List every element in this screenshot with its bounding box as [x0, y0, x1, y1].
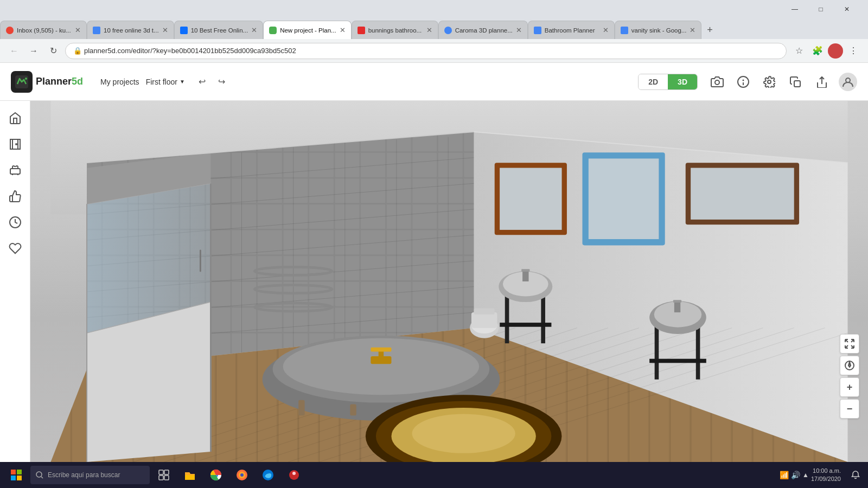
maximize-button[interactable]: □ [808, 0, 833, 18]
tab-label: Caroma 3D planne... [455, 27, 513, 34]
svg-rect-93 [649, 359, 706, 363]
svg-rect-77 [500, 168, 561, 230]
tab-gmail[interactable]: Inbox (9,505) - ku... ✕ [0, 21, 87, 39]
zoom-out-button[interactable]: − [840, 399, 859, 419]
tab-label: Inbox (9,505) - ku... [17, 27, 72, 34]
lock-icon: 🔒 [73, 47, 82, 55]
tab-close-icon[interactable]: ✕ [516, 26, 522, 34]
address-input[interactable]: 🔒 planner5d.com/editor/?key=be0b0014201b… [65, 43, 787, 59]
tab-close-icon[interactable]: ✕ [690, 26, 695, 34]
url-text: planner5d.com/editor/?key=be0b0014201bb5… [84, 47, 296, 55]
sidebar-item-rooms[interactable] [4, 107, 26, 129]
svg-rect-90 [521, 269, 529, 272]
profile-button[interactable] [828, 43, 843, 59]
svg-point-63 [283, 338, 480, 395]
svg-point-9 [846, 78, 850, 82]
edge-button[interactable] [256, 463, 280, 487]
tab-caroma[interactable]: Caroma 3D planne... ✕ [438, 21, 528, 39]
tab4-favicon [269, 27, 277, 34]
search-box[interactable]: Escribe aquí para buscar [30, 466, 150, 484]
view-3d-button[interactable]: 3D [668, 74, 697, 89]
file-explorer-button[interactable] [178, 463, 202, 487]
svg-rect-84 [505, 292, 509, 343]
sidebar-item-history[interactable] [4, 211, 26, 233]
sidebar-item-favorites[interactable] [4, 237, 26, 259]
tab-bathroom-planner[interactable]: Bathroom Planner ✕ [528, 21, 615, 39]
sidebar-item-feedback[interactable] [4, 185, 26, 207]
clock-area[interactable]: 10:00 a.m. 17/09/2020 [811, 467, 841, 484]
svg-rect-96 [674, 301, 680, 312]
tab-vanity-sink[interactable]: vanity sink - Goog... ✕ [615, 21, 702, 39]
tab-bunnings[interactable]: bunnings bathroo... ✕ [352, 21, 438, 39]
svg-rect-116 [164, 476, 169, 480]
more-icon[interactable]: ⋮ [845, 43, 861, 59]
redo-button[interactable]: ↪ [213, 73, 231, 91]
my-projects-link[interactable]: My projects [96, 75, 144, 88]
tab-close-icon[interactable]: ✕ [75, 26, 81, 34]
task-view-button[interactable] [152, 463, 176, 487]
view-2d-button[interactable]: 2D [639, 74, 668, 89]
close-button[interactable]: ✕ [834, 0, 859, 18]
tab-close-icon[interactable]: ✕ [251, 26, 257, 34]
tab-label: vanity sink - Goog... [631, 27, 687, 34]
svg-point-111 [36, 472, 42, 477]
chrome-button[interactable] [204, 463, 228, 487]
minimize-button[interactable]: — [782, 0, 807, 18]
expand-button[interactable] [840, 334, 859, 354]
start-button[interactable] [4, 463, 28, 487]
main-area: + − [0, 101, 868, 462]
taskbar-app7-button[interactable] [282, 463, 306, 487]
share-button[interactable] [813, 73, 830, 91]
sidebar-item-doors[interactable] [4, 133, 26, 155]
wifi-icon[interactable]: 📶 [780, 471, 789, 479]
new-tab-button[interactable]: + [701, 21, 718, 39]
svg-rect-97 [673, 300, 681, 303]
tab-label: New project - Plan... [280, 27, 336, 34]
tab-close-icon[interactable]: ✕ [603, 26, 609, 34]
firefox-button[interactable] [230, 463, 254, 487]
back-button[interactable]: ← [7, 43, 22, 59]
svg-rect-12 [10, 169, 20, 174]
tab-3d-t[interactable]: 10 free online 3d t... ✕ [87, 21, 174, 39]
tab-close-icon[interactable]: ✕ [162, 26, 168, 34]
chevron-up-icon[interactable]: ▲ [802, 471, 809, 479]
svg-rect-108 [17, 470, 22, 474]
viewport[interactable]: + − [30, 101, 868, 462]
svg-point-106 [849, 365, 851, 367]
copy-button[interactable] [787, 73, 804, 91]
tab-best-free[interactable]: 10 Best Free Onlin... ✕ [174, 21, 263, 39]
undo-redo-group: ↩ ↪ [194, 73, 231, 91]
svg-rect-109 [11, 476, 16, 480]
settings-button[interactable] [761, 73, 778, 91]
volume-icon[interactable]: 🔊 [791, 471, 800, 479]
svg-rect-110 [17, 476, 22, 480]
tab-close-icon[interactable]: ✕ [426, 26, 432, 34]
compass-button[interactable] [840, 356, 859, 375]
svg-rect-91 [655, 323, 659, 380]
undo-button[interactable]: ↩ [194, 73, 211, 91]
info-button[interactable] [735, 73, 752, 91]
svg-rect-64 [298, 400, 304, 416]
sidebar-item-furniture[interactable] [4, 159, 26, 181]
svg-line-112 [41, 477, 43, 478]
user-avatar[interactable] [839, 73, 857, 91]
zoom-in-button[interactable]: + [840, 377, 859, 397]
svg-rect-83 [691, 168, 794, 220]
notification-button[interactable] [847, 463, 864, 487]
svg-rect-80 [589, 159, 659, 239]
bookmark-icon[interactable]: ☆ [791, 43, 807, 59]
bathroom-scene [30, 101, 868, 462]
camera-button[interactable] [709, 73, 726, 91]
tab-planner5d[interactable]: New project - Plan... ✕ [263, 21, 352, 39]
floor-selector[interactable]: First floor ▼ [146, 78, 185, 86]
svg-rect-73 [471, 312, 497, 328]
header-tools [709, 73, 857, 91]
svg-rect-86 [500, 323, 551, 327]
reload-button[interactable]: ↻ [46, 43, 61, 59]
extension-icon[interactable]: 🧩 [809, 43, 826, 59]
tab5-favicon [358, 27, 365, 34]
tab-close-icon[interactable]: ✕ [340, 26, 346, 34]
svg-rect-115 [159, 476, 163, 480]
forward-button[interactable]: → [26, 43, 41, 59]
scene-svg [30, 101, 868, 462]
